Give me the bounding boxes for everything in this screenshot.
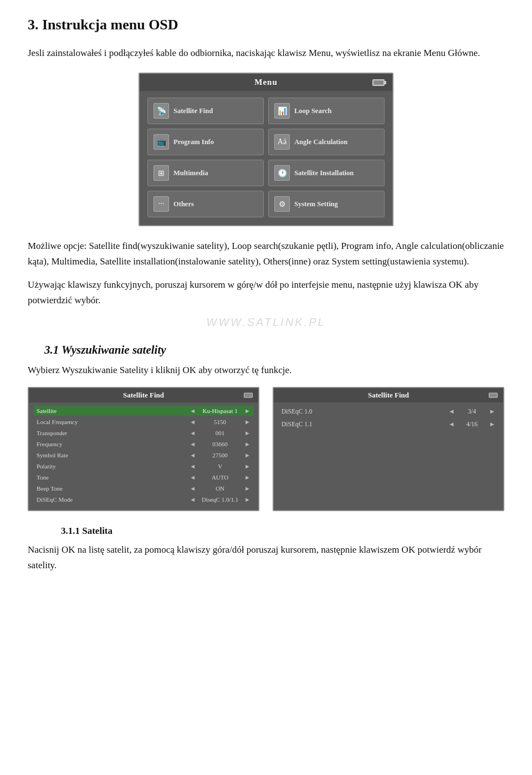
arrow-right-2: ► <box>244 430 250 436</box>
satellite-screenshots: Satellite Find Satellite ◄ Ku-Hispasat 1… <box>28 387 504 511</box>
section-311-desc: Nacisnij OK na listę satelit, za pomocą … <box>28 542 504 573</box>
sat-right-title: Satellite Find <box>274 388 503 402</box>
arrow-right-5: ► <box>244 463 250 470</box>
menu-item-label-system-setting: System Setting <box>294 200 338 208</box>
sat-right-body: DiSEqC 1.0 ◄ 3/4 ► DiSEqC 1.1 ◄ 4/16 ► <box>274 402 503 476</box>
menu-item-satellite-installation: 🕐 Satellite Installation <box>268 160 385 186</box>
arrow-right-0: ► <box>244 407 250 414</box>
menu-item-icon-multimedia: ⊞ <box>154 165 169 181</box>
menu-item-icon-satellite-installation: 🕐 <box>274 165 290 181</box>
satellite-find-left-screen: Satellite Find Satellite ◄ Ku-Hispasat 1… <box>28 387 259 511</box>
sat-left-row-2: Transponder ◄ 001 ► <box>33 428 254 438</box>
arrow-right-1: ► <box>244 419 250 425</box>
arrow-left-6: ◄ <box>190 474 196 481</box>
intro-paragraph: Jesli zainstalowałeś i podłączyłeś kable… <box>28 45 504 60</box>
diseqc-row-0: DiSEqC 1.0 ◄ 3/4 ► <box>278 406 499 417</box>
menu-screenshot: Menu 📡 Satellite Find 📊 Loop Search 📺 Pr… <box>139 73 393 226</box>
menu-item-label-loop-search: Loop Search <box>294 107 332 115</box>
d-arrow-left-1: ◄ <box>448 421 454 427</box>
battery-sm-right <box>489 393 498 398</box>
d-arrow-left-0: ◄ <box>448 408 454 415</box>
menu-item-icon-loop-search: 📊 <box>274 103 290 119</box>
menu-item-icon-angle-calculation: Aä <box>274 134 290 150</box>
diseqc-row-1: DiSEqC 1.1 ◄ 4/16 ► <box>278 419 499 430</box>
menu-item-system-setting: ⚙ System Setting <box>268 191 385 217</box>
battery-icon <box>372 79 385 86</box>
menu-item-others: ··· Others <box>147 191 264 217</box>
arrow-left-5: ◄ <box>190 463 196 470</box>
sat-left-row-6: Tone ◄ AUTO ► <box>33 472 254 482</box>
arrow-right-8: ► <box>244 496 250 503</box>
arrow-right-3: ► <box>244 441 250 447</box>
sat-left-row-7: Beep Tone ◄ ON ► <box>33 483 254 493</box>
sat-left-body: Satellite ◄ Ku-Hispasat 1 ► Local Freque… <box>29 402 258 510</box>
menu-item-program-info: 📺 Program Info <box>147 129 264 155</box>
arrow-right-6: ► <box>244 474 250 481</box>
sat-left-row-8: DiSEqC Mode ◄ DiseqC 1.0/1.1 ► <box>33 494 254 504</box>
menu-item-icon-others: ··· <box>154 196 169 212</box>
description2-paragraph: Używając klawiszy funkcyjnych, poruszaj … <box>28 277 504 308</box>
menu-item-icon-program-info: 📺 <box>154 134 169 150</box>
arrow-left-8: ◄ <box>190 496 196 503</box>
satellite-find-right-screen: Satellite Find DiSEqC 1.0 ◄ 3/4 ► DiSEqC… <box>273 387 504 511</box>
arrow-right-4: ► <box>244 452 250 458</box>
menu-title-label: Menu <box>254 78 278 87</box>
menu-item-loop-search: 📊 Loop Search <box>268 98 385 124</box>
arrow-left-1: ◄ <box>190 419 196 425</box>
d-arrow-right-1: ► <box>489 421 495 427</box>
menu-item-label-satellite-installation: Satellite Installation <box>294 169 354 177</box>
sat-left-row-4: Symbol Rate ◄ 27500 ► <box>33 450 254 460</box>
menu-item-label-angle-calculation: Angle Calculation <box>294 138 347 146</box>
menu-item-label-program-info: Program Info <box>173 138 214 146</box>
description-paragraph: Możliwe opcje: Satellite find(wyszukiwan… <box>28 238 504 269</box>
arrow-left-7: ◄ <box>190 485 196 492</box>
d-arrow-right-0: ► <box>489 408 495 415</box>
menu-item-label-multimedia: Multimedia <box>173 169 208 177</box>
arrow-left-3: ◄ <box>190 441 196 447</box>
arrow-left-2: ◄ <box>190 430 196 436</box>
sat-left-title: Satellite Find <box>29 388 258 402</box>
arrow-left-4: ◄ <box>190 452 196 458</box>
arrow-left-0: ◄ <box>190 407 196 414</box>
menu-title-bar: Menu <box>140 74 392 91</box>
menu-item-satellite-find: 📡 Satellite Find <box>147 98 264 124</box>
menu-item-icon-system-setting: ⚙ <box>274 196 290 212</box>
section-31-title: 3.1 Wyszukiwanie satelity <box>28 343 504 357</box>
menu-item-label-satellite-find: Satellite Find <box>173 107 213 115</box>
sat-left-row-5: Polarity ◄ V ► <box>33 461 254 471</box>
sat-left-row-1: Local Frequency ◄ 5150 ► <box>33 417 254 427</box>
section-311-title: 3.1.1 Satelita <box>28 526 504 537</box>
sat-left-row-0: Satellite ◄ Ku-Hispasat 1 ► <box>33 406 254 416</box>
arrow-right-7: ► <box>244 485 250 492</box>
battery-sm-left <box>244 393 253 398</box>
menu-item-icon-satellite-find: 📡 <box>154 103 169 119</box>
menu-item-angle-calculation: Aä Angle Calculation <box>268 129 385 155</box>
menu-grid: 📡 Satellite Find 📊 Loop Search 📺 Program… <box>140 91 392 225</box>
page-title: 3. Instrukcja menu OSD <box>28 17 504 33</box>
sat-left-row-3: Frequency ◄ 03660 ► <box>33 439 254 449</box>
menu-item-label-others: Others <box>173 200 194 208</box>
menu-item-multimedia: ⊞ Multimedia <box>147 160 264 186</box>
section-31-intro: Wybierz Wyszukiwanie Satelity i kliknij … <box>28 363 504 378</box>
watermark: WWW.SATLINK.PL <box>28 316 504 329</box>
